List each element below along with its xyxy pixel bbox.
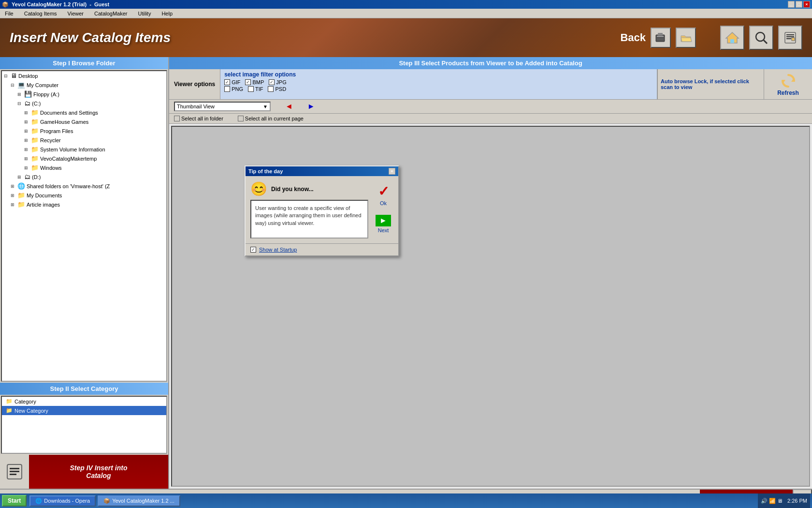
menu-catalog-items[interactable]: Catalog Items (21, 10, 60, 17)
opera-icon: 🌐 (35, 498, 42, 504)
filter-gif-checkbox[interactable] (224, 79, 230, 85)
category-item-new-label: New Category (14, 408, 48, 414)
tree-item-label: Recycler (40, 137, 61, 143)
tree-item[interactable]: ⊞📁VevoCatalogMakertemp (2, 154, 166, 163)
main-header: Insert New Catalog Items Back (0, 18, 812, 57)
select-all-page-option[interactable]: Select all in current page (238, 116, 304, 121)
tree-item-label: Program Files (40, 128, 73, 134)
tree-item[interactable]: ⊞📁GameHouse Games (2, 117, 166, 126)
tree-item[interactable]: ⊟🖥Desktop (2, 71, 166, 80)
tip-titlebar: Tip of the day × (246, 166, 398, 176)
select-all-page-label: Select all in current page (245, 116, 304, 121)
filter-psd[interactable]: PSD (268, 86, 286, 92)
select-all-page-checkbox[interactable] (238, 116, 244, 121)
header-icon-search[interactable] (749, 26, 773, 50)
dropdown-arrow-icon: ▼ (263, 104, 268, 109)
select-all-folder-checkbox[interactable] (174, 116, 180, 121)
catalogmaker-icon: 📦 (103, 498, 110, 504)
tree-item[interactable]: ⊞🌐Shared folders on 'Vmware-host' (Z (2, 181, 166, 191)
category-item-label: Category (14, 399, 36, 404)
filter-jpg[interactable]: JPG (269, 79, 286, 85)
svg-rect-1 (658, 33, 663, 35)
app-title: Insert New Catalog Items (10, 30, 171, 45)
step3-header: Step III Select Products from Viewer to … (169, 57, 812, 69)
tree-item-label: Documents and Settings (40, 110, 98, 116)
filter-jpg-checkbox[interactable] (269, 79, 275, 85)
filter-psd-checkbox[interactable] (268, 86, 274, 92)
app-icon: 📦 (2, 1, 9, 8)
category-item-new[interactable]: 📁 New Category (2, 406, 166, 415)
tree-item[interactable]: ⊞📁System Volume Information (2, 145, 166, 154)
filter-tif-checkbox[interactable] (248, 86, 254, 92)
taskbar-item-catalogmaker[interactable]: 📦 Yevol CatalogMaker 1.2 ... (98, 495, 180, 507)
filter-bmp[interactable]: BMP (245, 79, 264, 85)
svg-rect-10 (786, 34, 794, 35)
maximize-button[interactable]: □ (796, 1, 802, 8)
tip-ok-button[interactable]: ✓ Ok (378, 183, 389, 206)
tree-item[interactable]: ⊞📁Windows (2, 163, 166, 172)
svg-rect-11 (786, 36, 794, 37)
step2-header: Step II Select Category (0, 383, 168, 395)
menu-help[interactable]: Help (159, 10, 175, 17)
menu-viewer[interactable]: Viewer (65, 10, 87, 17)
header-icon-folder[interactable] (676, 28, 696, 48)
tree-item[interactable]: ⊞📁Documents and Settings (2, 108, 166, 117)
menu-catalogmaker[interactable]: CatalogMaker (91, 10, 130, 17)
svg-rect-17 (10, 474, 16, 475)
next-arrow-icon[interactable]: ► (307, 102, 315, 111)
menu-file[interactable]: File (2, 10, 16, 17)
folder-icon: 📁 (6, 398, 13, 404)
tree-item[interactable]: ⊞📁Article images (2, 200, 166, 209)
file-tree[interactable]: ⊟🖥Desktop⊟💻My Computer⊞💾Floppy (A:)⊟🗂(C:… (1, 70, 167, 382)
back-button[interactable]: Back (620, 31, 646, 44)
tree-item[interactable]: ⊞📁Program Files (2, 126, 166, 135)
svg-rect-13 (792, 38, 795, 41)
svg-rect-2 (657, 36, 664, 37)
thumbnail-dropdown[interactable]: Thumbnail View ▼ (174, 102, 271, 111)
minimize-button[interactable]: _ (788, 1, 795, 8)
content-area: Step I Browse Folder ⊟🖥Desktop⊟💻My Compu… (0, 57, 812, 489)
filter-png[interactable]: PNG (224, 86, 243, 92)
taskbar-item-opera[interactable]: 🌐 Downloads - Opera (29, 495, 96, 507)
tip-title-text: Tip of the day (248, 168, 283, 174)
tip-close-button[interactable]: × (389, 168, 395, 175)
select-all-folder-label: Select all in folder (181, 116, 223, 121)
tree-item-label: GameHouse Games (40, 119, 88, 125)
tree-item[interactable]: ⊞📁Recycler (2, 135, 166, 145)
tree-item[interactable]: ⊟💻My Computer (2, 80, 166, 90)
step4-button[interactable]: Step IV Insert into Catalog (29, 455, 168, 489)
tree-item-label: Article images (27, 202, 60, 208)
refresh-icon[interactable] (780, 72, 797, 90)
tip-content: 😊 Did you know... User wanting to create… (246, 176, 398, 243)
category-item-root[interactable]: 📁 Category (2, 397, 166, 406)
tray-icons: 🔊 📶 🖥 (761, 498, 783, 504)
prev-arrow-icon[interactable]: ◄ (285, 102, 293, 111)
header-icon-home[interactable] (720, 26, 744, 50)
header-icon-scan[interactable] (651, 28, 671, 48)
select-all-folder-option[interactable]: Select all in folder (174, 116, 223, 121)
filter-png-checkbox[interactable] (224, 86, 230, 92)
show-at-startup-checkbox[interactable] (250, 247, 256, 253)
tree-item-label: My Documents (27, 193, 62, 198)
select-options-bar: Select all in folder Select all in curre… (169, 114, 812, 124)
start-button[interactable]: Start (2, 495, 27, 507)
tip-next-button[interactable]: ► Next (376, 215, 391, 233)
tree-item[interactable]: ⊟🗂(C:) (2, 99, 166, 108)
ok-label: Ok (380, 200, 387, 206)
filter-bmp-checkbox[interactable] (245, 79, 251, 85)
titlebar-controls: _ □ × (788, 1, 810, 8)
tree-item[interactable]: ⊞💾Floppy (A:) (2, 90, 166, 99)
did-you-know-label: Did you know... (271, 186, 314, 193)
filter-label: select image filter options (224, 71, 653, 78)
category-list[interactable]: 📁 Category 📁 New Category (1, 396, 167, 454)
header-icon-catalog[interactable] (778, 26, 802, 50)
tree-item[interactable]: ⊞📁My Documents (2, 191, 166, 200)
filter-gif[interactable]: GIF (224, 79, 240, 85)
menu-utility[interactable]: Utility (135, 10, 154, 17)
tree-item[interactable]: ⊞🗂(D:) (2, 172, 166, 181)
tree-item-label: Shared folders on 'Vmware-host' (Z (27, 183, 110, 189)
filter-tif[interactable]: TIF (248, 86, 263, 92)
show-at-startup-label: Show at Startup (259, 247, 297, 253)
auto-browse-text: Auto browse Lock, if selected click scan… (661, 78, 761, 90)
close-button[interactable]: × (803, 1, 810, 8)
